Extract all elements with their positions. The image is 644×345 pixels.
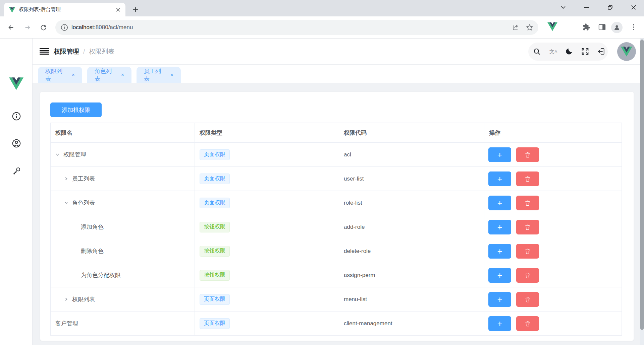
- delete-permission-button[interactable]: [516, 268, 539, 283]
- permission-code: assign-perm: [339, 263, 484, 287]
- delete-permission-button[interactable]: [516, 292, 539, 307]
- tab-close-icon[interactable]: [114, 6, 122, 14]
- expand-right-icon[interactable]: [64, 176, 72, 182]
- bookmark-star-icon[interactable]: [526, 23, 534, 31]
- permission-code: role-list: [339, 191, 484, 215]
- route-tab-role-list[interactable]: 角色列表 ×: [87, 67, 131, 83]
- address-bar[interactable]: localhost:8080/acl/menu: [55, 20, 538, 35]
- collapse-menu-icon[interactable]: [40, 47, 49, 56]
- add-child-permission-button[interactable]: +: [488, 196, 511, 210]
- col-permission-type: 权限类型: [195, 123, 339, 143]
- permission-type-tag: 页面权限: [200, 318, 230, 329]
- table-row: 为角色分配权限 按钮权限 assign-perm +: [51, 263, 622, 287]
- browser-toolbar: localhost:8080/acl/menu 中A: [0, 16, 644, 39]
- window-close-icon[interactable]: [626, 0, 641, 15]
- vue-favicon-icon: [9, 7, 15, 13]
- route-tab-close-icon[interactable]: ×: [121, 72, 124, 78]
- delete-permission-button[interactable]: [516, 316, 539, 331]
- permission-type-tag: 按钮权限: [200, 222, 230, 232]
- permission-code: client-management: [339, 312, 484, 336]
- add-child-permission-button[interactable]: +: [488, 171, 511, 186]
- table-row: 权限管理 页面权限 acl +: [51, 143, 622, 167]
- route-tab-bar: 权限列表 × 角色列表 × 员工列表 ×: [33, 65, 644, 83]
- delete-permission-button[interactable]: [516, 147, 539, 162]
- expand-down-icon[interactable]: [55, 152, 63, 157]
- vue-devtools-extension-icon[interactable]: [547, 22, 557, 31]
- window-restore-icon[interactable]: [602, 0, 618, 15]
- tab-search-chevron-icon[interactable]: [555, 0, 571, 15]
- add-root-permission-button[interactable]: 添加根权限: [50, 102, 102, 117]
- sidebar-item-info-icon[interactable]: [11, 111, 21, 121]
- window-minimize-icon[interactable]: [579, 0, 594, 15]
- table-row: 客户管理 页面权限 client-management +: [51, 312, 622, 336]
- scrollbar-thumb[interactable]: [640, 40, 644, 330]
- col-actions: 操作: [484, 123, 622, 143]
- col-permission-code: 权限代码: [339, 123, 484, 143]
- permission-name: 为角色分配权限: [81, 271, 121, 279]
- permission-table: 权限名 权限类型 权限代码 操作 权限管理 页面权限 acl + 员工列表 页面…: [50, 123, 622, 336]
- route-tab-menu-list[interactable]: 权限列表 ×: [38, 67, 82, 83]
- breadcrumb-current: 权限列表: [89, 47, 114, 56]
- reload-icon[interactable]: [37, 21, 49, 33]
- permission-type-tag: 页面权限: [200, 198, 230, 208]
- permission-code: acl: [339, 143, 484, 167]
- delete-permission-button[interactable]: [516, 171, 539, 186]
- permission-name: 角色列表: [72, 199, 95, 207]
- sidebar-item-user-icon[interactable]: [11, 138, 21, 148]
- delete-permission-button[interactable]: [516, 244, 539, 259]
- url-text[interactable]: localhost:8080/acl/menu: [71, 24, 133, 31]
- expand-down-icon[interactable]: [64, 200, 72, 206]
- browser-tab-strip: 权限列表-后台管理: [0, 0, 644, 16]
- permission-type-tag: 页面权限: [200, 174, 230, 184]
- add-child-permission-button[interactable]: +: [488, 292, 511, 307]
- extensions-puzzle-icon[interactable]: [582, 23, 590, 31]
- table-row: 添加角色 按钮权限 add-role +: [51, 215, 622, 239]
- delete-permission-button[interactable]: [516, 196, 539, 210]
- permission-card: 添加根权限 权限名 权限类型 权限代码 操作 权限管理 页面权限 acl + 员…: [40, 91, 634, 341]
- search-icon[interactable]: [533, 47, 541, 56]
- app-sidebar: [0, 39, 33, 345]
- new-tab-icon[interactable]: [130, 4, 141, 15]
- table-row: 角色列表 页面权限 role-list +: [51, 191, 622, 215]
- add-child-permission-button[interactable]: +: [488, 268, 511, 283]
- table-row: 权限列表 页面权限 menu-list +: [51, 287, 622, 312]
- route-tab-label: 角色列表: [95, 67, 116, 83]
- lock-screen-login-icon[interactable]: [597, 47, 606, 56]
- sidebar-item-permission-key-icon[interactable]: [11, 166, 21, 176]
- locale-translate-icon[interactable]: 文A: [549, 47, 558, 56]
- add-child-permission-button[interactable]: +: [488, 147, 511, 162]
- expand-right-icon[interactable]: [64, 297, 72, 302]
- permission-name: 客户管理: [55, 320, 78, 327]
- route-tab-label: 员工列表: [144, 67, 166, 83]
- share-icon[interactable]: [512, 23, 520, 31]
- page-content: 添加根权限 权限名 权限类型 权限代码 操作 权限管理 页面权限 acl + 员…: [33, 83, 644, 345]
- route-tab-close-icon[interactable]: ×: [72, 72, 75, 78]
- table-row: 员工列表 页面权限 user-list +: [51, 167, 622, 191]
- browser-tab[interactable]: 权限列表-后台管理: [4, 3, 125, 16]
- site-info-icon[interactable]: [60, 23, 69, 32]
- add-child-permission-button[interactable]: +: [488, 316, 511, 331]
- back-icon[interactable]: [5, 21, 17, 33]
- user-avatar[interactable]: [617, 42, 636, 61]
- add-child-permission-button[interactable]: +: [488, 220, 511, 234]
- permission-type-tag: 页面权限: [200, 149, 230, 160]
- browser-profile-avatar[interactable]: [611, 22, 623, 33]
- permission-code: add-role: [339, 215, 484, 239]
- header-toolbar-pill: 文A: [528, 43, 608, 61]
- route-tab-label: 权限列表: [45, 67, 67, 83]
- browser-menu-dots-icon[interactable]: [629, 23, 638, 31]
- forward-icon: [21, 21, 34, 33]
- permission-code: user-list: [339, 167, 484, 191]
- breadcrumb-section[interactable]: 权限管理: [54, 47, 79, 56]
- delete-permission-button[interactable]: [516, 220, 539, 234]
- add-child-permission-button[interactable]: +: [488, 244, 511, 259]
- dark-mode-moon-icon[interactable]: [565, 47, 574, 56]
- route-tab-close-icon[interactable]: ×: [170, 72, 173, 78]
- route-tab-user-list[interactable]: 员工列表 ×: [137, 67, 181, 83]
- app-logo-vue-icon[interactable]: [9, 77, 23, 90]
- permission-name: 删除角色: [81, 247, 104, 255]
- page-scrollbar[interactable]: [640, 39, 644, 345]
- permission-name: 添加角色: [81, 223, 104, 231]
- fullscreen-icon[interactable]: [581, 47, 590, 56]
- side-panel-icon[interactable]: [598, 23, 606, 31]
